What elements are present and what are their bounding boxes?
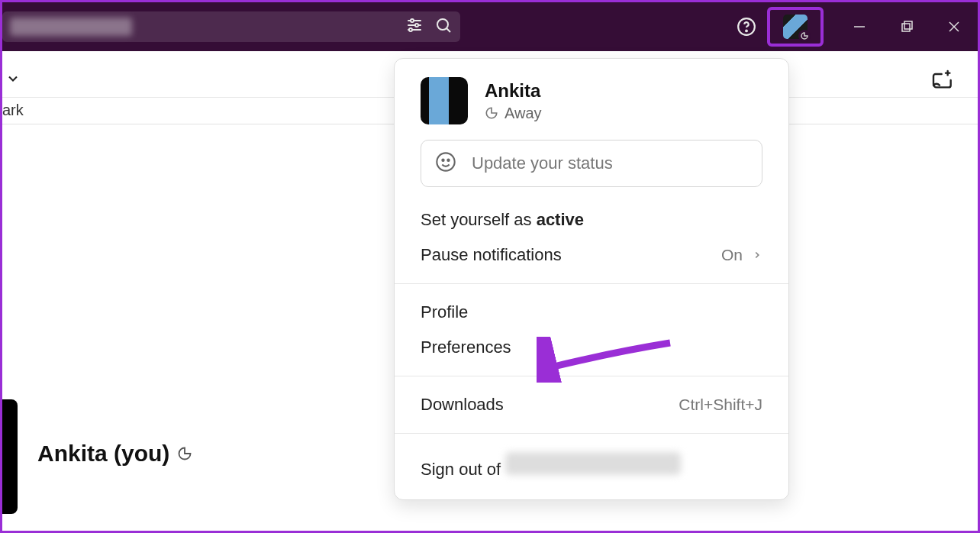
dm-user-title[interactable]: Ankita (you): [37, 441, 192, 467]
dm-user-title-text: Ankita (you): [37, 441, 169, 467]
search-icon[interactable]: [434, 16, 453, 37]
menu-profile-header: Ankita Away: [395, 77, 788, 140]
filter-icon[interactable]: [405, 16, 424, 37]
window-maximize[interactable]: [883, 2, 930, 51]
chevron-down-icon[interactable]: [5, 71, 21, 89]
search-text-redacted: [10, 18, 132, 36]
svg-rect-11: [902, 24, 910, 31]
svg-point-15: [437, 153, 454, 170]
smile-icon[interactable]: [435, 151, 456, 176]
window-minimize[interactable]: [836, 2, 883, 51]
compose-icon[interactable]: [930, 68, 955, 95]
away-icon: [177, 441, 192, 467]
dm-avatar-large: [0, 399, 18, 514]
titlebar: [2, 2, 978, 51]
menu-avatar: [421, 77, 468, 124]
menu-set-active[interactable]: Set yourself as active: [395, 202, 788, 237]
status-placeholder: Update your status: [472, 153, 613, 173]
svg-point-6: [437, 19, 448, 30]
svg-point-5: [409, 28, 412, 31]
bookmark-bar-fragment[interactable]: ark: [2, 102, 24, 123]
svg-line-7: [446, 28, 450, 32]
status-input[interactable]: Update your status: [421, 140, 762, 187]
svg-point-17: [447, 160, 449, 161]
menu-preferences[interactable]: Preferences: [395, 330, 788, 365]
svg-point-3: [415, 24, 418, 27]
user-menu: Ankita Away Update your status Set yours…: [394, 58, 789, 500]
chevron-right-icon: [752, 250, 762, 260]
help-button[interactable]: [726, 2, 767, 51]
menu-user-status: Away: [485, 105, 542, 122]
menu-sign-out[interactable]: Sign out of: [395, 444, 788, 499]
svg-point-16: [442, 160, 443, 161]
window-close[interactable]: [930, 2, 978, 51]
menu-user-name: Ankita: [485, 80, 542, 102]
svg-point-9: [746, 31, 747, 32]
user-avatar-highlighted[interactable]: [767, 7, 824, 47]
search-bar[interactable]: [2, 11, 460, 42]
svg-rect-12: [904, 21, 912, 29]
svg-point-1: [411, 19, 414, 22]
away-status-icon: [798, 30, 811, 42]
user-avatar[interactable]: [783, 15, 808, 39]
downloads-shortcut: Ctrl+Shift+J: [679, 396, 762, 414]
menu-pause-notifications[interactable]: Pause notifications On: [395, 237, 788, 273]
workspace-name-redacted: [505, 452, 681, 475]
menu-downloads[interactable]: Downloads Ctrl+Shift+J: [395, 387, 788, 422]
menu-profile[interactable]: Profile: [395, 295, 788, 330]
